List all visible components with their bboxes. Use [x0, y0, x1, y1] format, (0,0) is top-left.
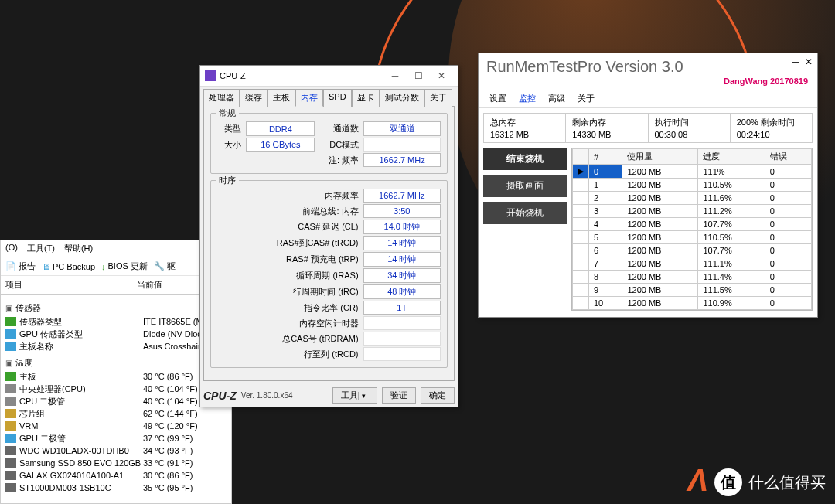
row-usage: 1200 MB [622, 192, 698, 205]
table-row[interactable]: 31200 MB111.2%0 [573, 205, 812, 218]
table-header[interactable]: # [589, 149, 622, 165]
cpuz-titlebar[interactable]: CPU-Z ─ ☐ ✕ [200, 66, 458, 87]
rmtp-menu-item[interactable]: 设置 [489, 93, 506, 104]
hwmonitor-window: (O) 工具(T) 帮助(H) 报告 PC Backup BIOS 更新 驱 项… [0, 240, 232, 504]
row-usage: 1200 MB [622, 205, 698, 218]
amd-logo-fragment: Λ [687, 463, 708, 498]
rmtp-menu-item[interactable]: 高级 [548, 93, 565, 104]
row-errors: 0 [765, 192, 811, 205]
sensor-row[interactable]: CPU 二极管40 °C (104 °F) [5, 395, 227, 407]
sensor-row[interactable]: GALAX GX024010A100-A130 °C (86 °F) [5, 469, 227, 482]
menu-item[interactable]: 工具(T) [27, 243, 55, 254]
tools-button[interactable]: 工具▾ [332, 387, 377, 404]
table-header[interactable]: 错误 [765, 149, 811, 165]
table-row[interactable]: 101200 MB110.9%0 [573, 297, 812, 310]
cpuz-footer: CPU-Z Ver. 1.80.0.x64 工具▾ 验证 确定 [200, 384, 458, 407]
sensor-row[interactable]: 芯片组62 °C (144 °F) [5, 407, 227, 420]
rmtp-action-button[interactable]: 开始烧机 [483, 202, 567, 224]
table-row[interactable]: 51200 MB110.5%0 [573, 231, 812, 244]
stat-column: 总内存16312 MB [484, 114, 566, 142]
timing-label: 行周期时间 (tRC) [217, 284, 362, 299]
rmtp-menu-item[interactable]: 监控 [519, 93, 536, 104]
cpuz-icon [205, 70, 216, 81]
menu-item[interactable]: 帮助(H) [64, 243, 93, 254]
table-header[interactable]: 进度 [698, 149, 765, 165]
row-index: 0 [589, 165, 622, 179]
cpuz-brand: CPU-Z [203, 390, 237, 402]
table-header[interactable]: 使用量 [622, 149, 698, 165]
rmtp-action-button[interactable]: 结束烧机 [483, 148, 567, 170]
rmtp-title-text: RunMemTestPro Version 3.0 [486, 58, 683, 76]
row-marker [573, 179, 589, 192]
sensor-value: 49 °C (120 °F) [143, 421, 227, 431]
section-header[interactable]: 温度 [5, 357, 227, 369]
size-label: 大小 [217, 138, 244, 152]
validate-button[interactable]: 验证 [382, 387, 416, 404]
sensor-row[interactable]: ST1000DM003-1SB10C35 °C (95 °F) [5, 482, 227, 494]
ok-button[interactable]: 确定 [421, 387, 455, 404]
sensor-name: 芯片组 [19, 408, 143, 420]
sensor-value: 62 °C (144 °F) [143, 409, 227, 418]
table-row[interactable]: 81200 MB111.4%0 [573, 271, 812, 284]
section-header[interactable]: 传感器 [5, 302, 227, 314]
table-row[interactable]: 61200 MB107.7%0 [573, 244, 812, 257]
dropdown-icon: ▾ [358, 392, 369, 400]
table-row[interactable]: 41200 MB107.7%0 [573, 218, 812, 231]
row-usage: 1200 MB [622, 231, 698, 244]
rmtp-action-button[interactable]: 摄取画面 [483, 175, 567, 197]
group-title: 常规 [216, 107, 239, 119]
close-button[interactable]: ✕ [430, 68, 453, 83]
table-row[interactable]: 71200 MB111.1%0 [573, 257, 812, 271]
rmtp-titlebar[interactable]: RunMemTestPro Version 3.0 [479, 53, 817, 76]
table-row[interactable]: 91200 MB111.5%0 [573, 284, 812, 297]
sensor-row[interactable]: 主板30 °C (86 °F) [5, 370, 227, 383]
table-row[interactable]: ▶01200 MB111%0 [573, 165, 812, 179]
sensor-icon [5, 421, 16, 431]
sensor-icon [5, 471, 16, 480]
cpuz-tab[interactable]: 显卡 [352, 89, 380, 107]
sensor-row[interactable]: 主板名称Asus Crosshair VI H [5, 340, 227, 352]
maximize-button[interactable]: ☐ [407, 68, 430, 83]
rmtp-menu-item[interactable]: 关于 [578, 93, 595, 104]
row-usage: 1200 MB [622, 271, 698, 284]
driver-button[interactable]: 驱 [154, 261, 176, 272]
size-value: 16 GBytes [246, 138, 315, 152]
timing-value: 14 时钟 [363, 236, 441, 250]
minimize-button[interactable]: ─ [383, 68, 407, 83]
sensor-row[interactable]: Samsung SSD 850 EVO 120GB33 °C (91 °F) [5, 457, 227, 469]
sensor-row[interactable]: WDC WD10EADX-00TDHB034 °C (93 °F) [5, 444, 227, 457]
close-button[interactable]: ✕ [805, 56, 813, 67]
sensor-row[interactable]: GPU 二极管37 °C (99 °F) [5, 432, 227, 444]
cpuz-tab[interactable]: 主板 [268, 89, 295, 107]
report-button[interactable]: 报告 [5, 261, 36, 272]
cpuz-tab[interactable]: 缓存 [240, 89, 268, 107]
menu-item[interactable]: (O) [5, 243, 18, 254]
sensor-value: 30 °C (86 °F) [143, 471, 227, 480]
cpuz-tab[interactable]: SPD [323, 89, 352, 107]
table-row[interactable]: 11200 MB110.5%0 [573, 179, 812, 192]
minimize-button[interactable]: ─ [792, 56, 799, 67]
row-index: 4 [589, 218, 622, 231]
row-index: 6 [589, 244, 622, 257]
row-progress: 107.7% [698, 244, 765, 257]
hwmonitor-list: 传感器传感器类型ITE IT8665E (MMICGPU 传感器类型Diode … [1, 295, 231, 497]
stat-column: 执行时间00:30:08 [649, 114, 731, 142]
sensor-row[interactable]: GPU 传感器类型Diode (NV-Diode) [5, 328, 227, 340]
cpuz-tab[interactable]: 内存 [295, 89, 323, 107]
stat-column: 剩余内存14330 MB [566, 114, 648, 142]
table-row[interactable]: 21200 MB111.6%0 [573, 192, 812, 205]
table-header[interactable] [573, 149, 589, 165]
row-errors: 0 [765, 284, 811, 297]
sensor-row[interactable]: 传感器类型ITE IT8665E (MMIC [5, 315, 227, 328]
bios-update-button[interactable]: BIOS 更新 [101, 261, 148, 272]
row-marker [573, 297, 589, 310]
row-usage: 1200 MB [622, 257, 698, 271]
cpuz-tab[interactable]: 测试分数 [380, 89, 424, 107]
hwmonitor-menu: (O) 工具(T) 帮助(H) [1, 240, 231, 257]
pc-backup-button[interactable]: PC Backup [42, 262, 95, 271]
sensor-row[interactable]: VRM49 °C (120 °F) [5, 420, 227, 432]
cpuz-tab[interactable]: 处理器 [203, 89, 240, 107]
row-index: 7 [589, 257, 622, 271]
sensor-row[interactable]: 中央处理器(CPU)40 °C (104 °F) [5, 383, 227, 395]
cpuz-tab[interactable]: 关于 [424, 89, 452, 107]
